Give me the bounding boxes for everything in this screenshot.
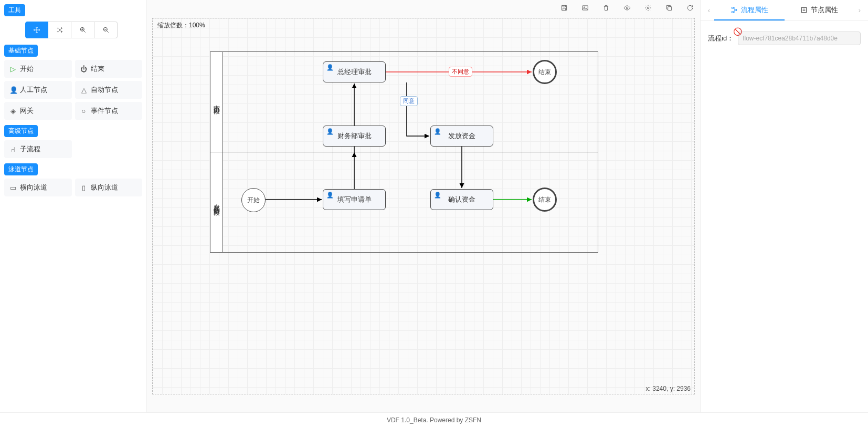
select-tool-button[interactable] [48, 22, 71, 38]
person-icon: 👤 [434, 192, 441, 199]
power-icon: ⏻ [80, 65, 88, 73]
flow-id-label: 流程id： [708, 34, 734, 43]
palette-hlane[interactable]: ▭横向泳道 [4, 179, 72, 196]
lane-head-approval[interactable]: 审批阶段 [210, 52, 223, 152]
palette-end[interactable]: ⏻结束 [75, 60, 143, 78]
node-confirm-fund[interactable]: 👤确认资金 [430, 189, 493, 210]
edge-label-agree[interactable]: 同意 [400, 96, 418, 106]
node-start[interactable]: 开始 [241, 188, 266, 212]
person-icon: 👤 [434, 128, 441, 135]
basic-nodes-badge: 基础节点 [4, 45, 38, 57]
zoom-in-button[interactable] [71, 22, 94, 38]
triangle-icon: △ [80, 86, 88, 94]
subprocess-icon: ⑁ [9, 145, 17, 153]
lane-nodes-badge: 泳道节点 [4, 163, 38, 175]
footer-text: VDF 1.0_Beta. Powered by ZSFN [0, 412, 868, 427]
node-release-fund[interactable]: 👤发放资金 [430, 126, 493, 147]
swimlane-container[interactable]: 审批阶段 👤总经理审批 👤财务部审批 👤发放资金 结束 [210, 51, 598, 253]
palette-vlane[interactable]: ▯纵向泳道 [75, 179, 143, 196]
svg-point-0 [59, 29, 60, 30]
right-panel: ‹ 流程属性 节点属性 › 流程id： 🚫 [700, 0, 868, 412]
flow-id-input[interactable] [738, 32, 861, 45]
tab-flow-props[interactable]: 流程属性 [714, 0, 785, 20]
save-icon[interactable] [559, 3, 569, 13]
coords-label: x: 3240, y: 2936 [646, 385, 691, 392]
diamond-icon: ◈ [9, 107, 17, 115]
node-end-1[interactable]: 结束 [533, 60, 557, 84]
zoom-label: 缩放倍数：100% [157, 21, 205, 30]
flow-icon [731, 6, 738, 14]
edge-label-disagree[interactable]: 不同意 [449, 67, 472, 77]
tab-node-props[interactable]: 节点属性 [785, 0, 855, 20]
advanced-nodes-badge: 高级节点 [4, 125, 38, 137]
canvas[interactable]: 缩放倍数：100% x: 3240, y: 2936 审批阶段 👤总经理审批 👤… [147, 0, 700, 412]
svg-rect-17 [732, 7, 734, 8]
node-gm-approval[interactable]: 👤总经理审批 [323, 61, 386, 82]
tool-mode-group [25, 22, 142, 38]
preview-icon[interactable] [622, 3, 632, 13]
left-sidebar: 工具 基础节点 ▷开始 ⏻结束 👤人工节点 △自动节点 ◈网关 ○事件节点 高级… [0, 0, 147, 412]
palette-event[interactable]: ○事件节点 [75, 102, 143, 120]
tabs-next-icon[interactable]: › [854, 6, 865, 14]
forbidden-icon: 🚫 [733, 27, 742, 36]
lane-head-initiate[interactable]: 发起确认阶段 [210, 152, 223, 252]
circle-icon: ○ [80, 107, 88, 115]
palette-start[interactable]: ▷开始 [4, 60, 72, 78]
person-icon: 👤 [9, 86, 17, 94]
node-end-2[interactable]: 结束 [533, 188, 557, 212]
svg-rect-8 [668, 7, 672, 11]
tools-badge: 工具 [4, 4, 25, 16]
svg-rect-18 [732, 11, 734, 12]
palette-subprocess[interactable]: ⑁子流程 [4, 140, 72, 158]
person-icon: 👤 [326, 64, 334, 71]
copy-icon[interactable] [664, 3, 674, 13]
play-icon: ▷ [9, 65, 17, 73]
svg-point-7 [647, 7, 649, 9]
canvas-top-toolbar [559, 3, 695, 13]
svg-rect-19 [735, 9, 737, 10]
hlane-icon: ▭ [9, 184, 17, 192]
palette-gateway[interactable]: ◈网关 [4, 102, 72, 120]
palette-auto[interactable]: △自动节点 [75, 81, 143, 99]
svg-rect-20 [802, 7, 807, 12]
palette-human[interactable]: 👤人工节点 [4, 81, 72, 99]
image-icon[interactable] [580, 3, 590, 13]
refresh-icon[interactable] [685, 3, 695, 13]
settings-icon[interactable] [643, 3, 653, 13]
svg-point-6 [626, 7, 628, 9]
person-icon: 👤 [326, 128, 334, 135]
tabs-prev-icon[interactable]: ‹ [704, 6, 714, 14]
svg-rect-3 [562, 5, 566, 10]
zoom-out-button[interactable] [94, 22, 118, 38]
vlane-icon: ▯ [80, 184, 88, 192]
node-finance-approval[interactable]: 👤财务部审批 [323, 126, 386, 147]
person-icon: 👤 [326, 192, 334, 199]
node-fill-form[interactable]: 👤填写申请单 [323, 189, 386, 210]
move-tool-button[interactable] [25, 22, 48, 38]
delete-icon[interactable] [601, 3, 611, 13]
node-icon [800, 6, 808, 14]
